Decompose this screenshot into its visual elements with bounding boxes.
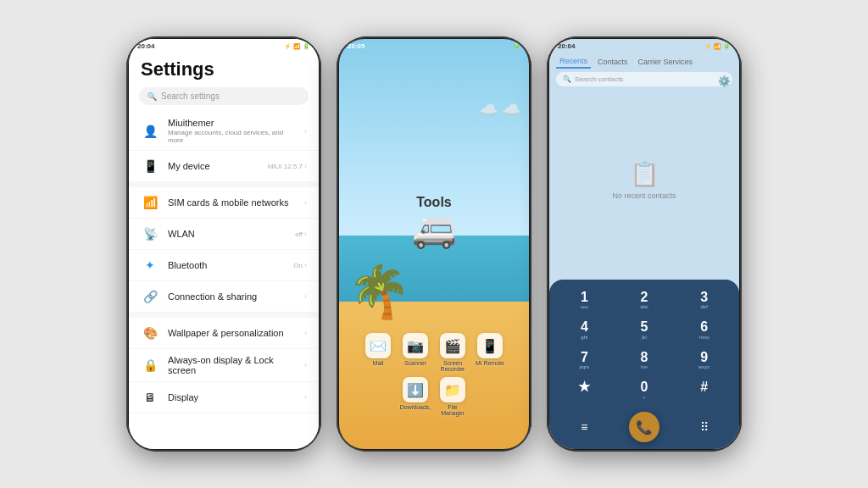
device-version: MIUI 12.5.7 bbox=[268, 163, 303, 170]
phone-wallpaper: 20:05 🔋 ☁️ ☁️ 🌴 Tools 🚐 ✉️ Mail bbox=[337, 36, 531, 452]
mi-remote-icon: 📱 bbox=[477, 333, 503, 358]
palm-tree: 🌴 bbox=[348, 267, 411, 318]
connection-chevron: › bbox=[304, 292, 307, 301]
chevron-icon: › bbox=[304, 261, 307, 269]
search-placeholder-d: Search contacts bbox=[575, 75, 623, 83]
dial-sub-7: pqrs bbox=[579, 364, 589, 369]
dial-key-star[interactable]: ★ bbox=[556, 376, 613, 403]
device-icon: 📱 bbox=[141, 157, 159, 175]
sim-icon: 📶 bbox=[141, 193, 159, 212]
status-time-wallpaper: 20:05 bbox=[348, 42, 364, 50]
display-icon: 🖥 bbox=[141, 388, 159, 407]
menu-icon[interactable]: ≡ bbox=[572, 415, 596, 439]
dial-key-6[interactable]: 6 mno bbox=[676, 316, 732, 343]
no-contacts-area: 📋 No recent contacts bbox=[549, 90, 739, 280]
wlan-icon: 📡 bbox=[141, 225, 159, 243]
app-downloads[interactable]: ⬇️ Downloads, bbox=[399, 377, 431, 416]
wlan-item[interactable]: 📡 WLAN off › bbox=[129, 219, 319, 250]
device-version-right: MIUI 12.5.7 › bbox=[268, 162, 307, 170]
account-item[interactable]: 👤 Miuithemer Manage accounts, cloud serv… bbox=[129, 112, 319, 151]
screen-recorder-icon: 🎬 bbox=[440, 333, 465, 358]
lockscreen-text: Always-on display & Lock screen bbox=[168, 355, 296, 375]
settings-search[interactable]: 🔍 Search settings bbox=[139, 87, 309, 105]
connection-item[interactable]: 🔗 Connection & sharing › bbox=[129, 281, 319, 313]
account-text: Miuithemer Manage accounts, cloud servic… bbox=[168, 118, 296, 144]
app-mi-remote[interactable]: 📱 Mi Remote bbox=[474, 333, 506, 372]
app-file-manager[interactable]: 📁 File Manager bbox=[437, 377, 469, 416]
chevron-icon: › bbox=[304, 127, 307, 136]
phone-dialer: 20:04 ⚡ 📶 🔋 ⚙️ Recents Contacts Carrier … bbox=[547, 36, 742, 452]
downloads-label: Downloads, bbox=[400, 404, 431, 410]
contacts-search[interactable]: 🔍 Search contacts bbox=[556, 72, 732, 86]
connection-label: Connection & sharing bbox=[168, 291, 296, 302]
mi-remote-label: Mi Remote bbox=[476, 360, 504, 366]
search-icon-d: 🔍 bbox=[563, 75, 571, 83]
display-text: Display bbox=[168, 392, 296, 402]
call-button[interactable]: 📞 bbox=[629, 412, 659, 442]
dial-key-5[interactable]: 5 jkl bbox=[616, 316, 673, 343]
settings-screen: 20:04 ⚡ 📶 🔋 Settings 🔍 Search settings 👤… bbox=[129, 39, 319, 449]
dialpad: 1 ωω 2 abc 3 def 4 ghi bbox=[549, 280, 739, 449]
dial-key-7[interactable]: 7 pqrs bbox=[556, 347, 613, 374]
wallpaper-chevron: › bbox=[304, 329, 307, 337]
dial-key-3[interactable]: 3 def bbox=[676, 286, 732, 313]
wlan-right: off › bbox=[295, 230, 307, 238]
dial-sub-8: tuv bbox=[641, 364, 648, 369]
status-icons-wallpaper: 🔋 bbox=[513, 43, 520, 50]
dial-key-hash[interactable]: # bbox=[676, 376, 732, 403]
dial-key-0[interactable]: 0 + bbox=[616, 376, 673, 403]
status-icons: ⚡ 📶 🔋 bbox=[284, 43, 310, 50]
mail-label: Mail bbox=[373, 360, 384, 366]
wallpaper-icon: 🎨 bbox=[141, 324, 159, 342]
scanner-icon: 📷 bbox=[403, 333, 428, 358]
dial-num-star: ★ bbox=[578, 380, 590, 395]
chevron-icon: › bbox=[304, 393, 307, 402]
chevron-icon: › bbox=[304, 292, 307, 301]
bluetooth-text: Bluetooth bbox=[168, 260, 285, 270]
lockscreen-icon: 🔒 bbox=[141, 356, 159, 374]
account-name: Miuithemer bbox=[168, 118, 296, 128]
wlan-status: off bbox=[295, 230, 303, 238]
no-contacts-icon: 📋 bbox=[630, 160, 659, 188]
app-mail[interactable]: ✉️ Mail bbox=[362, 333, 394, 372]
display-item[interactable]: 🖥 Display › bbox=[129, 382, 319, 413]
phone-settings: 20:04 ⚡ 📶 🔋 Settings 🔍 Search settings 👤… bbox=[126, 36, 321, 452]
tab-carrier-services[interactable]: Carrier Services bbox=[635, 56, 697, 68]
bluetooth-item[interactable]: ✦ Bluetooth On › bbox=[129, 250, 319, 281]
wallpaper-label: Wallpaper & personalization bbox=[168, 328, 296, 338]
clouds: ☁️ ☁️ bbox=[479, 101, 520, 119]
lockscreen-item[interactable]: 🔒 Always-on display & Lock screen › bbox=[129, 349, 319, 382]
file-manager-label: File Manager bbox=[437, 404, 469, 416]
dial-key-8[interactable]: 8 tuv bbox=[616, 347, 673, 374]
sim-item[interactable]: 📶 SIM cards & mobile networks › bbox=[129, 187, 319, 219]
display-label: Display bbox=[168, 392, 296, 402]
chevron-icon: › bbox=[304, 329, 307, 337]
mail-icon: ✉️ bbox=[365, 333, 391, 358]
signal-icon-d: 📶 bbox=[714, 43, 721, 50]
dial-num-6: 6 bbox=[700, 319, 708, 335]
dial-sub-2: abc bbox=[640, 304, 648, 309]
wallpaper-item[interactable]: 🎨 Wallpaper & personalization › bbox=[129, 318, 319, 349]
tools-folder[interactable]: Tools 🚐 bbox=[412, 195, 456, 247]
search-placeholder: Search settings bbox=[161, 92, 220, 101]
tab-recents[interactable]: Recents bbox=[556, 55, 591, 69]
wlan-text: WLAN bbox=[168, 229, 287, 239]
dial-num-9: 9 bbox=[700, 350, 708, 365]
dial-key-9[interactable]: 9 wxyz bbox=[676, 347, 732, 374]
dial-key-4[interactable]: 4 ghi bbox=[556, 316, 613, 343]
search-icon: 🔍 bbox=[147, 92, 157, 101]
app-scanner[interactable]: 📷 Scanner bbox=[399, 333, 431, 372]
dial-sub-1: ωω bbox=[581, 304, 588, 309]
dial-num-1: 1 bbox=[581, 290, 588, 305]
settings-icon[interactable]: ⚙️ bbox=[718, 75, 731, 87]
lockscreen-label: Always-on display & Lock screen bbox=[168, 355, 296, 375]
dial-key-2[interactable]: 2 abc bbox=[616, 286, 673, 313]
app-screen-recorder[interactable]: 🎬 Screen Recorder bbox=[437, 333, 469, 372]
folder-label: Tools bbox=[412, 195, 456, 210]
device-item[interactable]: 📱 My device MIUI 12.5.7 › bbox=[129, 151, 319, 182]
tab-contacts[interactable]: Contacts bbox=[594, 56, 632, 68]
dialpad-icon[interactable]: ⠿ bbox=[693, 415, 716, 439]
account-chevron: › bbox=[304, 127, 307, 136]
dial-key-1[interactable]: 1 ωω bbox=[556, 286, 613, 313]
downloads-icon: ⬇️ bbox=[403, 377, 428, 402]
